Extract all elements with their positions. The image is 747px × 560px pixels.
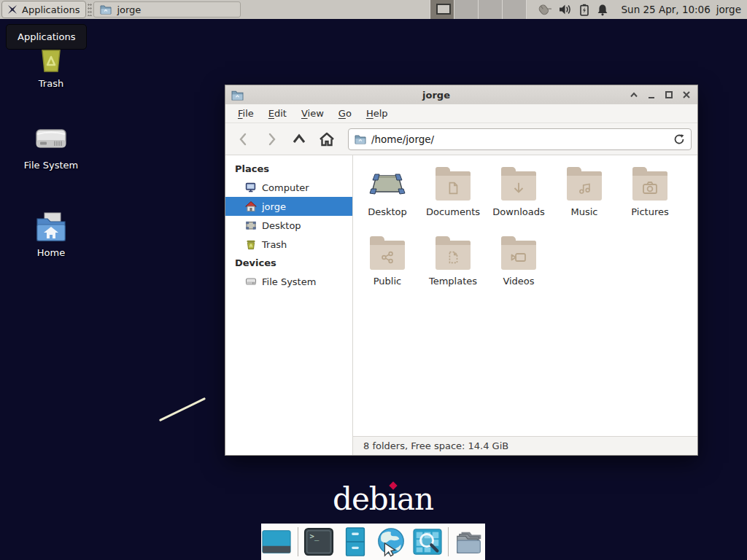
template-glyph: [445, 249, 461, 266]
menu-file[interactable]: File: [231, 106, 260, 121]
home-button[interactable]: [314, 128, 339, 150]
folder-item-downloads[interactable]: Downloads: [486, 163, 551, 232]
mouse-icon[interactable]: [535, 3, 551, 16]
sidebar-item-computer[interactable]: Computer: [225, 178, 352, 197]
shade-button[interactable]: [629, 90, 639, 100]
sidebar-item-file-system[interactable]: File System: [225, 272, 352, 291]
document-glyph: [445, 179, 461, 197]
panel-handle[interactable]: [88, 3, 92, 16]
sidebar: Places Computer jorge: [225, 155, 353, 455]
dock-show-desktop-button[interactable]: [261, 526, 293, 558]
folder-label: Videos: [503, 276, 534, 287]
sidebar-item-trash[interactable]: Trash: [225, 235, 352, 254]
minimize-button[interactable]: [646, 90, 657, 100]
desktop-icon-label: Trash: [36, 78, 66, 89]
file-cabinet-icon: [340, 526, 371, 557]
up-button[interactable]: [287, 128, 311, 150]
applications-button[interactable]: Applications: [1, 1, 86, 18]
harddrive-icon: [33, 124, 69, 156]
computer-icon: [245, 182, 257, 193]
wallpaper-swoosh-line: [159, 397, 206, 421]
sidebar-places-header: Places: [225, 160, 352, 178]
sidebar-item-desktop[interactable]: Desktop: [225, 216, 352, 235]
sidebar-item-label: jorge: [262, 201, 286, 212]
dock-app-finder-button[interactable]: [412, 526, 444, 558]
debian-wordmark: debıan: [333, 481, 433, 517]
folder-label: Public: [374, 276, 401, 287]
folder-icon: [567, 171, 602, 201]
workspace-3[interactable]: [479, 0, 503, 19]
desktop-icon-home[interactable]: Home: [7, 210, 95, 258]
volume-icon[interactable]: [559, 4, 572, 15]
applications-label: Applications: [22, 4, 80, 15]
window-controls: [629, 90, 692, 100]
menu-view[interactable]: View: [295, 106, 330, 121]
maximize-button[interactable]: [664, 90, 674, 100]
window-titlebar[interactable]: jorge: [225, 85, 697, 104]
desktop-folder-icon: [369, 166, 406, 201]
dock-terminal-button[interactable]: >_: [303, 526, 335, 558]
applications-icon: [7, 4, 18, 15]
clock[interactable]: Sun 25 Apr, 10:06: [616, 4, 716, 15]
back-button[interactable]: [231, 128, 256, 150]
reload-icon[interactable]: [673, 133, 685, 145]
folder-item-videos[interactable]: Videos: [486, 232, 551, 301]
taskbar-button[interactable]: jorge: [93, 1, 241, 18]
folder-item-templates[interactable]: Templates: [420, 232, 486, 301]
desktop-icon-label: File System: [22, 160, 80, 171]
folder-label: Pictures: [631, 206, 668, 217]
dock: >_: [261, 524, 485, 560]
menu-help[interactable]: Help: [360, 106, 395, 121]
workspace-2[interactable]: [454, 0, 479, 19]
sidebar-item-label: Computer: [262, 182, 309, 193]
sidebar-item-jorge[interactable]: jorge: [225, 197, 352, 216]
web-browser-globe-icon: [376, 526, 406, 557]
dock-file-cabinet-button[interactable]: [339, 526, 371, 558]
download-arrow-glyph: [511, 179, 527, 197]
forward-button[interactable]: [259, 128, 284, 150]
music-note-glyph: [576, 179, 592, 197]
folder-icon: [501, 241, 536, 270]
folder-item-documents[interactable]: Documents: [420, 163, 486, 232]
path-input[interactable]: /home/jorge/: [371, 133, 668, 145]
harddrive-icon: [245, 276, 257, 287]
desktop-icon-file-system[interactable]: File System: [7, 124, 95, 171]
folder-icon: [632, 171, 667, 201]
folder-item-desktop[interactable]: Desktop: [355, 163, 420, 232]
folder-item-public[interactable]: Public: [355, 232, 420, 301]
menubar: File Edit View Go Help: [225, 104, 697, 123]
dock-web-browser-button[interactable]: [376, 526, 407, 558]
window-body: Places Computer jorge: [225, 155, 697, 455]
terminal-icon: >_: [303, 526, 334, 557]
battery-charging-icon[interactable]: [579, 4, 589, 16]
file-manager-window: jorge File Edit View Go Help: [225, 85, 698, 456]
arrow-up-icon: [291, 132, 307, 147]
folder-item-music[interactable]: Music: [551, 163, 617, 232]
sidebar-item-label: File System: [262, 276, 316, 287]
location-bar[interactable]: /home/jorge/: [348, 128, 692, 150]
notifications-bell-icon[interactable]: [597, 4, 608, 16]
sidebar-item-label: Trash: [262, 239, 287, 250]
app-finder-icon: [412, 526, 443, 557]
main-view: Desktop Documents: [353, 155, 697, 455]
statusbar-text: 8 folders, Free space: 14.4 GiB: [363, 440, 508, 451]
sidebar-item-label: Desktop: [262, 220, 301, 231]
file-manager-folder-icon: [454, 526, 485, 557]
folder-label: Downloads: [492, 206, 544, 217]
home-folder-icon: [33, 210, 69, 244]
folder-label: Desktop: [368, 206, 407, 217]
trash-icon: [245, 238, 257, 250]
statusbar: 8 folders, Free space: 14.4 GiB: [353, 436, 697, 455]
menu-go[interactable]: Go: [332, 106, 358, 121]
workspace-4[interactable]: [503, 0, 527, 19]
workspace-switcher[interactable]: [430, 0, 527, 19]
folder-grid: Desktop Documents: [353, 155, 697, 436]
folder-item-pictures[interactable]: Pictures: [617, 163, 683, 232]
workspace-1-active[interactable]: [430, 0, 454, 19]
toolbar: /home/jorge/: [225, 123, 697, 155]
menu-edit[interactable]: Edit: [262, 106, 293, 121]
dock-separator: [298, 527, 298, 556]
close-button[interactable]: [681, 90, 692, 100]
sidebar-devices-header: Devices: [225, 254, 352, 272]
dock-file-manager-button[interactable]: [454, 526, 485, 558]
